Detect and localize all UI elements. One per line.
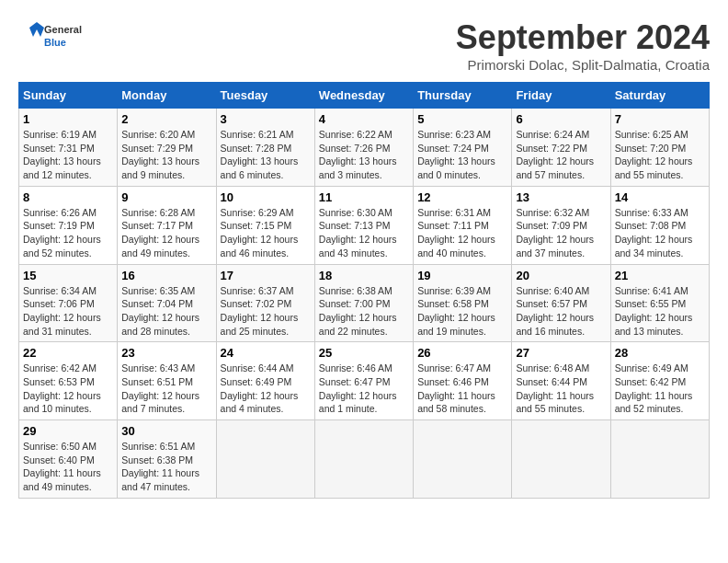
day-number: 29 — [23, 424, 113, 438]
calendar-cell — [216, 420, 314, 499]
calendar-cell: 11 Sunrise: 6:30 AMSunset: 7:13 PMDaylig… — [314, 186, 413, 264]
calendar-cell: 14 Sunrise: 6:33 AMSunset: 7:08 PMDaylig… — [610, 186, 709, 264]
calendar-week-row: 8 Sunrise: 6:26 AMSunset: 7:19 PMDayligh… — [19, 186, 710, 264]
day-info: Sunrise: 6:22 AMSunset: 7:26 PMDaylight:… — [319, 128, 409, 182]
title-area: September 2024 Primorski Dolac, Split-Da… — [456, 18, 710, 73]
weekday-header: Thursday — [414, 83, 512, 109]
calendar-cell: 12 Sunrise: 6:31 AMSunset: 7:11 PMDaylig… — [414, 186, 512, 264]
day-info: Sunrise: 6:29 AMSunset: 7:15 PMDaylight:… — [221, 206, 311, 260]
calendar-cell: 16 Sunrise: 6:35 AMSunset: 7:04 PMDaylig… — [118, 264, 216, 342]
calendar-cell: 5 Sunrise: 6:23 AMSunset: 7:24 PMDayligh… — [414, 109, 512, 187]
day-info: Sunrise: 6:21 AMSunset: 7:28 PMDaylight:… — [221, 128, 311, 182]
day-number: 18 — [319, 269, 409, 282]
calendar-cell: 8 Sunrise: 6:26 AMSunset: 7:19 PMDayligh… — [19, 186, 118, 264]
day-info: Sunrise: 6:42 AMSunset: 6:53 PMDaylight:… — [23, 362, 113, 416]
day-number: 15 — [23, 269, 113, 282]
day-info: Sunrise: 6:49 AMSunset: 6:42 PMDaylight:… — [615, 362, 705, 416]
calendar-cell: 25 Sunrise: 6:46 AMSunset: 6:47 PMDaylig… — [314, 342, 413, 420]
calendar-table: SundayMondayTuesdayWednesdayThursdayFrid… — [18, 82, 710, 499]
day-number: 8 — [23, 190, 113, 204]
calendar-cell — [314, 420, 413, 499]
day-number: 16 — [121, 269, 211, 282]
day-info: Sunrise: 6:32 AMSunset: 7:09 PMDaylight:… — [516, 206, 606, 260]
day-number: 12 — [417, 190, 507, 204]
day-number: 26 — [417, 346, 507, 360]
day-info: Sunrise: 6:43 AMSunset: 6:51 PMDaylight:… — [121, 362, 211, 416]
calendar-cell: 2 Sunrise: 6:20 AMSunset: 7:29 PMDayligh… — [118, 109, 216, 187]
day-number: 6 — [516, 112, 606, 126]
calendar-cell: 1 Sunrise: 6:19 AMSunset: 7:31 PMDayligh… — [19, 109, 118, 187]
calendar-cell: 9 Sunrise: 6:28 AMSunset: 7:17 PMDayligh… — [118, 186, 216, 264]
day-number: 27 — [516, 346, 606, 360]
day-info: Sunrise: 6:30 AMSunset: 7:13 PMDaylight:… — [319, 206, 409, 260]
day-number: 17 — [221, 269, 311, 282]
day-number: 7 — [615, 112, 705, 126]
calendar-cell: 28 Sunrise: 6:49 AMSunset: 6:42 PMDaylig… — [610, 342, 709, 420]
day-info: Sunrise: 6:47 AMSunset: 6:46 PMDaylight:… — [417, 362, 507, 416]
calendar-cell: 23 Sunrise: 6:43 AMSunset: 6:51 PMDaylig… — [118, 342, 216, 420]
calendar-cell: 15 Sunrise: 6:34 AMSunset: 7:06 PMDaylig… — [19, 264, 118, 342]
calendar-cell: 30 Sunrise: 6:51 AMSunset: 6:38 PMDaylig… — [118, 420, 216, 499]
day-number: 28 — [615, 346, 705, 360]
logo: General Blue — [18, 18, 92, 55]
day-number: 24 — [221, 346, 311, 360]
weekday-header: Friday — [512, 83, 610, 109]
location-title: Primorski Dolac, Split-Dalmatia, Croatia — [456, 57, 710, 73]
day-info: Sunrise: 6:19 AMSunset: 7:31 PMDaylight:… — [23, 128, 113, 182]
logo-icon: General Blue — [18, 18, 92, 55]
calendar-cell — [414, 420, 512, 499]
calendar-cell: 13 Sunrise: 6:32 AMSunset: 7:09 PMDaylig… — [512, 186, 610, 264]
calendar-cell: 26 Sunrise: 6:47 AMSunset: 6:46 PMDaylig… — [414, 342, 512, 420]
day-number: 19 — [417, 269, 507, 282]
day-info: Sunrise: 6:51 AMSunset: 6:38 PMDaylight:… — [121, 440, 211, 494]
day-info: Sunrise: 6:28 AMSunset: 7:17 PMDaylight:… — [121, 206, 211, 260]
day-info: Sunrise: 6:37 AMSunset: 7:02 PMDaylight:… — [221, 284, 311, 339]
day-info: Sunrise: 6:24 AMSunset: 7:22 PMDaylight:… — [516, 128, 606, 182]
calendar-cell: 3 Sunrise: 6:21 AMSunset: 7:28 PMDayligh… — [216, 109, 314, 187]
svg-text:General: General — [44, 24, 82, 35]
day-info: Sunrise: 6:34 AMSunset: 7:06 PMDaylight:… — [23, 284, 113, 339]
day-info: Sunrise: 6:40 AMSunset: 6:57 PMDaylight:… — [516, 284, 606, 339]
calendar-week-row: 29 Sunrise: 6:50 AMSunset: 6:40 PMDaylig… — [19, 420, 710, 499]
calendar-cell: 18 Sunrise: 6:38 AMSunset: 7:00 PMDaylig… — [314, 264, 413, 342]
day-number: 10 — [221, 190, 311, 204]
calendar-cell — [512, 420, 610, 499]
calendar-cell: 19 Sunrise: 6:39 AMSunset: 6:58 PMDaylig… — [414, 264, 512, 342]
day-info: Sunrise: 6:41 AMSunset: 6:55 PMDaylight:… — [615, 284, 705, 339]
calendar-week-row: 15 Sunrise: 6:34 AMSunset: 7:06 PMDaylig… — [19, 264, 710, 342]
weekday-header: Wednesday — [314, 83, 413, 109]
calendar-cell: 21 Sunrise: 6:41 AMSunset: 6:55 PMDaylig… — [610, 264, 709, 342]
calendar-cell: 29 Sunrise: 6:50 AMSunset: 6:40 PMDaylig… — [19, 420, 118, 499]
day-number: 14 — [615, 190, 705, 204]
calendar-cell: 22 Sunrise: 6:42 AMSunset: 6:53 PMDaylig… — [19, 342, 118, 420]
day-info: Sunrise: 6:44 AMSunset: 6:49 PMDaylight:… — [221, 362, 311, 416]
day-info: Sunrise: 6:50 AMSunset: 6:40 PMDaylight:… — [23, 440, 113, 494]
weekday-header: Monday — [118, 83, 216, 109]
calendar-cell: 4 Sunrise: 6:22 AMSunset: 7:26 PMDayligh… — [314, 109, 413, 187]
day-info: Sunrise: 6:31 AMSunset: 7:11 PMDaylight:… — [417, 206, 507, 260]
day-number: 9 — [121, 190, 211, 204]
calendar-week-row: 22 Sunrise: 6:42 AMSunset: 6:53 PMDaylig… — [19, 342, 710, 420]
calendar-week-row: 1 Sunrise: 6:19 AMSunset: 7:31 PMDayligh… — [19, 109, 710, 187]
day-number: 4 — [319, 112, 409, 126]
day-number: 30 — [121, 424, 211, 438]
day-number: 20 — [516, 269, 606, 282]
calendar-cell: 20 Sunrise: 6:40 AMSunset: 6:57 PMDaylig… — [512, 264, 610, 342]
calendar-cell: 27 Sunrise: 6:48 AMSunset: 6:44 PMDaylig… — [512, 342, 610, 420]
calendar-cell: 6 Sunrise: 6:24 AMSunset: 7:22 PMDayligh… — [512, 109, 610, 187]
day-number: 25 — [319, 346, 409, 360]
day-info: Sunrise: 6:38 AMSunset: 7:00 PMDaylight:… — [319, 284, 409, 339]
day-number: 13 — [516, 190, 606, 204]
month-title: September 2024 — [456, 18, 710, 57]
day-info: Sunrise: 6:20 AMSunset: 7:29 PMDaylight:… — [121, 128, 211, 182]
calendar-cell: 24 Sunrise: 6:44 AMSunset: 6:49 PMDaylig… — [216, 342, 314, 420]
day-info: Sunrise: 6:35 AMSunset: 7:04 PMDaylight:… — [121, 284, 211, 339]
day-number: 3 — [221, 112, 311, 126]
svg-marker-2 — [29, 22, 44, 37]
day-number: 22 — [23, 346, 113, 360]
day-info: Sunrise: 6:48 AMSunset: 6:44 PMDaylight:… — [516, 362, 606, 416]
day-info: Sunrise: 6:23 AMSunset: 7:24 PMDaylight:… — [417, 128, 507, 182]
day-info: Sunrise: 6:39 AMSunset: 6:58 PMDaylight:… — [417, 284, 507, 339]
day-info: Sunrise: 6:25 AMSunset: 7:20 PMDaylight:… — [615, 128, 705, 182]
weekday-header: Tuesday — [216, 83, 314, 109]
